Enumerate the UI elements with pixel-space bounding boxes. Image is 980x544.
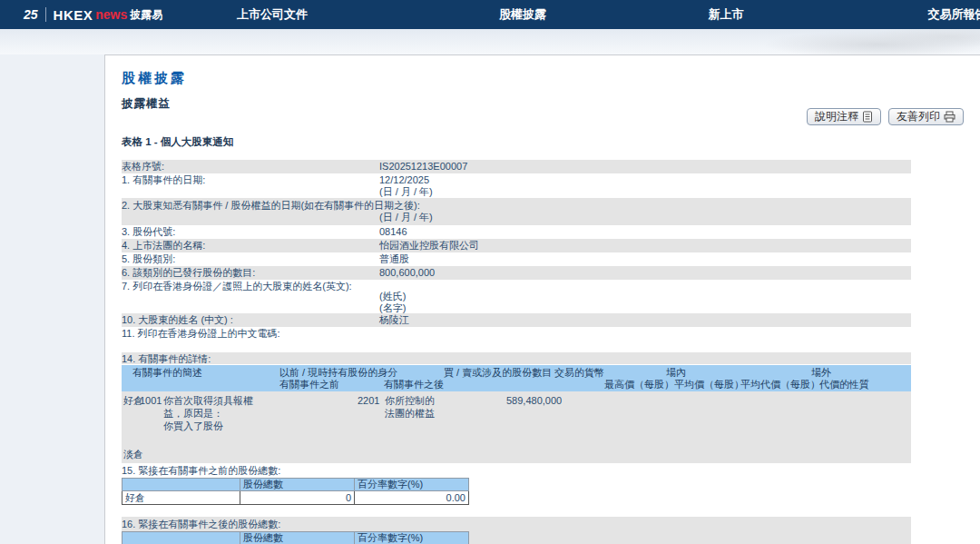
- col-capacity: 以前 / 現時持有股份的身分: [279, 367, 397, 379]
- field-value: [379, 327, 911, 341]
- nav-exchange-reports[interactable]: 交易所報告: [928, 0, 980, 29]
- print-button[interactable]: 友善列印: [888, 108, 964, 125]
- field-label: 6. 該類別的已發行股份的數目:: [122, 266, 379, 280]
- row-issued-shares: 6. 該類別的已發行股份的數目: 800,600,000: [122, 266, 911, 280]
- top-navigation-bar: 25 HKEX news 披露易 上市公司文件 股權披露 新上市 交易所報告: [0, 0, 980, 29]
- nav-listed-company-documents[interactable]: 上市公司文件: [237, 0, 308, 29]
- totals-after-table: 股份總數 百分率數字(%) 好倉 589,480,000 73.63: [122, 531, 469, 544]
- anniversary-25-mark: 25: [24, 7, 38, 22]
- field-label: 5. 股份類別:: [122, 252, 379, 266]
- field-value: IS20251213E00007: [379, 160, 911, 173]
- col-after-event: 有關事件之後: [384, 379, 444, 391]
- content-panel: 股權披露 披露權益 說明注釋 友善列印 表格 1 - 個人大股東通知 表格序號:…: [104, 54, 980, 544]
- total-shares-value: 0: [240, 491, 355, 505]
- field-label: 11. 列印在香港身份證上的中文電碼:: [122, 327, 379, 341]
- row-chinese-codes: 11. 列印在香港身份證上的中文電碼:: [122, 327, 911, 341]
- section14-label: 14. 有關事件的詳情:: [122, 352, 911, 364]
- field-value: 普通股: [379, 252, 911, 266]
- percentage-header: 百分率數字(%): [355, 532, 469, 544]
- field-label: 表格序號:: [122, 160, 379, 173]
- section16-label: 16. 緊接在有關事件之後的股份總數:: [122, 517, 911, 531]
- empty-header-cell: [122, 532, 240, 544]
- page-title: 股權披露: [122, 70, 980, 87]
- form-title: 表格 1 - 個人大股東通知: [122, 135, 980, 149]
- notes-icon: [862, 111, 873, 123]
- section14-header: 有關事件的簡述 以前 / 現時持有股份的身分 買 / 賣或涉及的股份數目 交易的…: [122, 365, 911, 391]
- capacity-after-description: 你所控制的 法團的權益: [385, 394, 454, 420]
- percentage-value: 0.00: [355, 491, 469, 505]
- col-currency: 交易的貨幣: [554, 367, 604, 379]
- row-aware-date: 2. 大股東知悉有關事件 / 股份權益的日期(如在有關事件的日期之後): (日 …: [122, 198, 911, 225]
- col-on-exchange: 場內: [666, 367, 686, 379]
- row-event-date: 1. 有關事件的日期: 12/12/2025 (日 / 月 / 年): [122, 173, 911, 198]
- event-description: 你首次取得須具報權 益，原因是： 你買入了股份: [163, 394, 283, 432]
- news-brand-text: news: [95, 7, 127, 22]
- field-label: 1. 有關事件的日期:: [122, 173, 379, 198]
- field-value: 800,600,000: [379, 266, 911, 280]
- section15-block: 15. 緊接在有關事件之前的股份總數: 股份總數 百分率數字(%) 好倉 0 0…: [122, 463, 911, 505]
- field-label: 2. 大股東知悉有關事件 / 股份權益的日期(如在有關事件的日期之後):: [122, 199, 437, 213]
- table-row: 好倉 0 0.00: [122, 491, 469, 505]
- logo-divider: [45, 7, 46, 22]
- notes-button[interactable]: 說明注釋: [807, 108, 881, 125]
- header-sub-band: [0, 29, 980, 54]
- section16-block: 16. 緊接在有關事件之後的股份總數: 股份總數 百分率數字(%) 好倉 589…: [122, 517, 911, 544]
- row-chinese-name: 10. 大股東的姓名 (中文) : 杨陵江: [122, 313, 911, 327]
- capacity-after-code: 2201: [358, 394, 379, 407]
- field-label: 4. 上市法團的名稱:: [122, 239, 379, 252]
- field-value: 怡园酒业控股有限公司: [379, 239, 911, 252]
- row-english-name: 7. 列印在香港身份證／護照上的大股東的姓名(英文): (姓氏) (名字): [122, 280, 911, 313]
- field-label: 10. 大股東的姓名 (中文) :: [122, 313, 379, 327]
- total-shares-header: 股份總數: [240, 479, 355, 491]
- band-texture: [690, 29, 980, 54]
- nav-shareholding-disclosure[interactable]: 股權披露: [499, 0, 546, 29]
- section15-label: 15. 緊接在有關事件之前的股份總數:: [122, 463, 911, 478]
- printer-icon: [944, 111, 956, 123]
- print-button-label: 友善列印: [897, 109, 940, 124]
- col-average-consideration: 平均代價（每股）: [740, 379, 820, 391]
- col-average-price: 平均價（每股）: [674, 379, 744, 391]
- logo-chinese-suffix: 披露易: [130, 7, 162, 23]
- row-form-serial: 表格序號: IS20251213E00007: [122, 160, 911, 173]
- totals-before-table: 股份總數 百分率數字(%) 好倉 0 0.00: [122, 478, 469, 505]
- spacer: [122, 341, 911, 352]
- col-shares-involved: 買 / 賣或涉及的股份數目: [444, 367, 552, 379]
- total-shares-header: 股份總數: [240, 532, 355, 544]
- row-corporation-name: 4. 上市法團的名稱: 怡园酒业控股有限公司: [122, 239, 911, 252]
- col-off-exchange: 場外: [811, 367, 831, 379]
- empty-header-cell: [122, 479, 240, 491]
- percentage-header: 百分率數字(%): [355, 479, 469, 491]
- notes-button-label: 說明注釋: [815, 109, 858, 124]
- event-code: 1001: [140, 394, 162, 407]
- disclosure-form-table: 表格序號: IS20251213E00007 1. 有關事件的日期: 12/12…: [122, 160, 911, 544]
- short-position-label: 淡倉: [123, 448, 143, 460]
- col-highest-price: 最高價（每股）: [604, 379, 674, 391]
- field-value: 12/12/2025 (日 / 月 / 年): [379, 173, 911, 198]
- col-consideration-nature: 代價的性質: [819, 379, 869, 391]
- field-value: 08146: [379, 225, 911, 239]
- field-value: (姓氏) (名字): [379, 280, 911, 313]
- field-value: 杨陵江: [379, 313, 911, 327]
- action-buttons: 說明注釋 友善列印: [807, 108, 964, 125]
- row-stock-code: 3. 股份代號: 08146: [122, 225, 911, 239]
- col-before-event: 有關事件之前: [279, 379, 339, 391]
- nav-new-listings[interactable]: 新上市: [709, 0, 744, 29]
- col-event-description: 有關事件的簡述: [132, 367, 202, 379]
- long-position-label: 好倉: [122, 491, 240, 505]
- hkexnews-logo[interactable]: 25 HKEX news 披露易: [24, 0, 162, 29]
- field-label: 7. 列印在香港身份證／護照上的大股東的姓名(英文):: [122, 280, 379, 313]
- hkex-brand-text: HKEX: [54, 7, 93, 23]
- section14-data-row: 好倉 1001 你首次取得須具報權 益，原因是： 你買入了股份 2201 你所控…: [122, 391, 911, 463]
- shares-involved-value: 589,480,000: [506, 394, 562, 407]
- field-value: (日 / 月 / 年): [379, 212, 433, 223]
- row-share-class: 5. 股份類別: 普通股: [122, 252, 911, 266]
- field-label: 3. 股份代號:: [122, 225, 379, 239]
